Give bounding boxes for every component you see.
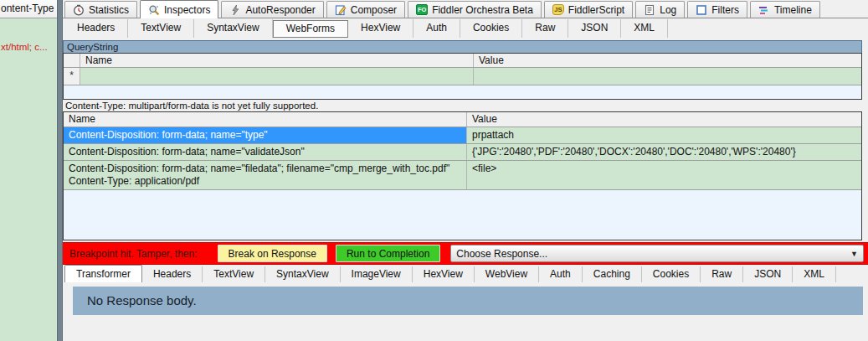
form-data-name-cell[interactable]: Content-Disposition: form-data; name="va… <box>64 144 467 160</box>
querystring-name-cell[interactable] <box>80 68 474 85</box>
tab-imageview[interactable]: ImageView <box>341 266 413 282</box>
form-data-table-header: Name Value <box>64 112 861 127</box>
timeline-icon <box>758 4 770 16</box>
querystring-table: Name Value * <box>63 53 862 100</box>
composer-icon <box>335 4 347 16</box>
magnifier-icon <box>148 4 160 16</box>
tab-label: Log <box>660 4 676 16</box>
querystring-value-column-header[interactable]: Value <box>474 54 861 67</box>
tab-raw[interactable]: Raw <box>522 19 568 38</box>
tab-statistics[interactable]: Statistics <box>64 1 137 18</box>
tab-fiddler-orchestra-beta[interactable]: FOFiddler Orchestra Beta <box>408 1 542 18</box>
tab-cookies[interactable]: Cookies <box>460 19 522 38</box>
session-column-header-content-type[interactable]: ontent-Type <box>0 0 57 18</box>
tab-auth[interactable]: Auth <box>539 266 583 282</box>
session-row-content-type-cell[interactable]: xt/html; c... <box>1 42 48 52</box>
tab-hexview[interactable]: HexView <box>348 19 413 38</box>
session-list-panel: ontent-Type xt/html; c... <box>0 0 57 341</box>
tab-caching[interactable]: Caching <box>583 266 642 282</box>
tab-xml[interactable]: XML <box>793 266 836 282</box>
querystring-new-row[interactable]: * <box>64 68 861 85</box>
tab-webview[interactable]: WebView <box>475 266 539 282</box>
querystring-gutter-header <box>64 54 80 67</box>
fiddler-window: ontent-Type xt/html; c... StatisticsInsp… <box>0 0 868 341</box>
tab-inspectors[interactable]: Inspectors <box>140 0 218 18</box>
tab-syntaxview[interactable]: SyntaxView <box>265 266 340 282</box>
breakpoint-bar: Breakpoint hit. Tamper, then: Break on R… <box>63 242 868 265</box>
tab-timeline[interactable]: Timeline <box>750 1 820 18</box>
form-data-value-cell[interactable]: prpattach <box>467 127 861 143</box>
panel-splitter[interactable] <box>57 0 63 341</box>
form-data-name-cell[interactable]: Content-Disposition: form-data; name="fi… <box>64 161 467 189</box>
script-icon: JS <box>552 4 564 15</box>
choose-response-selected-value: Choose Response... <box>456 248 547 260</box>
form-data-value-cell[interactable]: <file> <box>467 161 861 189</box>
tab-json[interactable]: JSON <box>743 266 793 282</box>
tab-fiddlerscript[interactable]: JSFiddlerScript <box>544 1 633 18</box>
form-data-name-column-header[interactable]: Name <box>64 112 467 127</box>
chevron-down-icon: ▼ <box>850 250 858 258</box>
form-data-row[interactable]: Content-Disposition: form-data; name="ty… <box>64 127 861 144</box>
tab-hexview[interactable]: HexView <box>413 266 475 282</box>
filters-icon <box>696 4 707 16</box>
tab-label: Filters <box>711 4 739 16</box>
run-to-completion-button[interactable]: Run to Completion <box>336 245 440 262</box>
tab-label: AutoResponder <box>245 4 315 16</box>
multipart-notice: Content-Type: multipart/form-data is not… <box>63 100 868 111</box>
session-list[interactable]: xt/html; c... <box>0 18 57 341</box>
tab-headers[interactable]: Headers <box>64 19 128 38</box>
break-on-response-button[interactable]: Break on Response <box>218 245 327 262</box>
choose-response-dropdown[interactable]: Choose Response... ▼ <box>450 245 864 262</box>
response-inspector-tab-strip: TransformerHeadersTextViewSyntaxViewImag… <box>63 265 868 282</box>
fo-badge-icon: FO <box>416 4 428 15</box>
tab-label: FiddlerScript <box>568 4 624 16</box>
tab-textview[interactable]: TextView <box>203 266 265 282</box>
querystring-value-cell[interactable] <box>474 68 861 85</box>
tab-cookies[interactable]: Cookies <box>642 266 701 282</box>
tab-composer[interactable]: Composer <box>326 1 405 18</box>
tab-log[interactable]: Log <box>635 1 685 18</box>
querystring-name-column-header[interactable]: Name <box>80 54 474 67</box>
no-response-body-message: No Response body. <box>73 287 863 315</box>
tab-filters[interactable]: Filters <box>687 1 747 18</box>
tab-json[interactable]: JSON <box>568 19 621 38</box>
request-inspector-tab-strip: HeadersTextViewSyntaxViewWebFormsHexView… <box>63 18 868 39</box>
tab-label: Statistics <box>89 4 129 16</box>
log-icon <box>644 4 655 16</box>
querystring-table-header: Name Value <box>64 54 861 68</box>
tab-webforms[interactable]: WebForms <box>273 20 348 38</box>
form-data-rows: Content-Disposition: form-data; name="ty… <box>64 127 861 190</box>
new-row-marker: * <box>64 68 80 85</box>
form-data-value-cell[interactable]: {'JPG':'20480','PDF':'20480','DOCX':'204… <box>467 144 861 160</box>
tab-auth[interactable]: Auth <box>413 19 460 38</box>
querystring-table-filler <box>64 85 861 99</box>
tab-syntaxview[interactable]: SyntaxView <box>194 19 272 38</box>
tab-label: Fiddler Orchestra Beta <box>432 4 533 16</box>
tab-xml[interactable]: XML <box>621 19 668 38</box>
breakpoint-status-label: Breakpoint hit. Tamper, then: <box>69 248 198 260</box>
tab-label: Inspectors <box>164 4 210 16</box>
form-data-name-cell[interactable]: Content-Disposition: form-data; name="ty… <box>64 127 467 143</box>
tab-raw[interactable]: Raw <box>701 266 743 282</box>
tab-headers[interactable]: Headers <box>142 266 203 282</box>
tab-label: Composer <box>351 4 397 16</box>
clock-icon <box>73 4 85 16</box>
webforms-view: QueryString Name Value * Content-Type: m… <box>63 39 868 240</box>
form-data-row[interactable]: Content-Disposition: form-data; name="fi… <box>64 161 861 190</box>
form-data-row[interactable]: Content-Disposition: form-data; name="va… <box>64 144 861 161</box>
inspectors-panel: StatisticsInspectorsAutoResponderCompose… <box>63 0 868 341</box>
querystring-title: QueryString <box>63 40 862 53</box>
form-data-value-column-header[interactable]: Value <box>467 112 861 127</box>
tab-textview[interactable]: TextView <box>128 19 194 38</box>
tab-label: Timeline <box>774 4 812 16</box>
main-tab-strip: StatisticsInspectorsAutoResponderCompose… <box>63 0 868 18</box>
response-body-panel: No Response body. <box>63 282 868 341</box>
tab-transformer[interactable]: Transformer <box>64 265 142 282</box>
lightning-icon <box>229 4 241 16</box>
form-data-table-filler <box>64 190 861 240</box>
tab-autoresponder[interactable]: AutoResponder <box>221 1 323 18</box>
form-data-table: Name Value Content-Disposition: form-dat… <box>63 111 862 240</box>
